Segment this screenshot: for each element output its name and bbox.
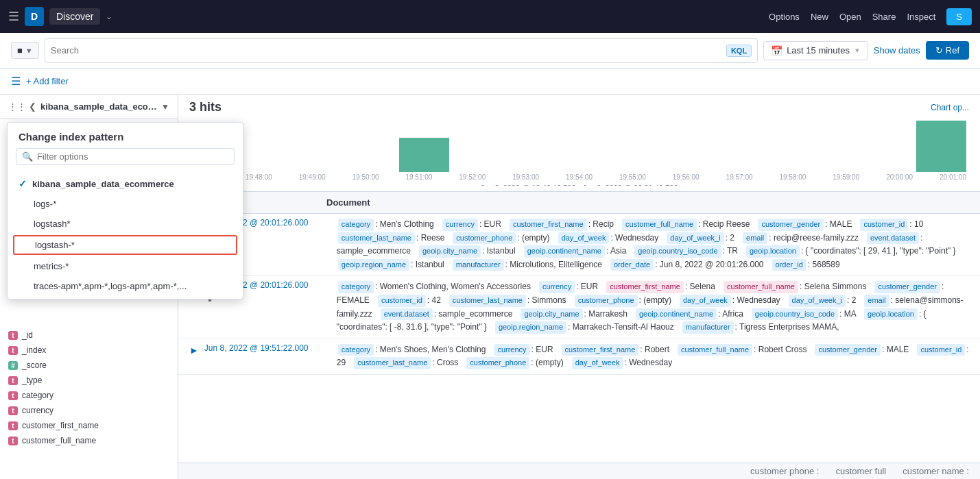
- histogram-wrap: 19:47:0019:48:0019:49:0019:50:0019:51:00…: [189, 117, 969, 186]
- search-input[interactable]: [51, 45, 726, 56]
- dropdown-search-wrap: 🔍: [16, 148, 178, 165]
- dropdown-search-input[interactable]: [37, 151, 178, 162]
- field-name-index: _index: [22, 345, 46, 355]
- time-picker-button[interactable]: 📅 Last 15 minutes ▼: [763, 41, 868, 60]
- hits-row: 3 hits Chart op...: [189, 100, 969, 114]
- field-type-badge-cfulln: t: [8, 437, 18, 445]
- sidebar-field-customer-first-name[interactable]: t customer_first_name: [0, 418, 178, 433]
- kql-badge[interactable]: KQL: [726, 45, 752, 57]
- dropdown-option-5[interactable]: traces-apm*,apm-*,logs-apm*,apm-*,...: [8, 276, 178, 296]
- app-name-button[interactable]: Discover: [49, 8, 100, 25]
- doc-field-cln-1: customer_last_name: [449, 295, 526, 307]
- doc-content-0: category: Men's Clothing currency: EUR c…: [337, 218, 969, 271]
- index-pattern-chevron-icon[interactable]: ▼: [161, 102, 169, 112]
- doc-time-2[interactable]: Jun 8, 2022 @ 19:51:22.000: [204, 343, 331, 353]
- doc-content-2: category: Men's Shoes, Men's Clothing cu…: [337, 343, 969, 370]
- doc-field-currency-1: currency: [539, 281, 575, 293]
- grid-icons: ⋮⋮ ❮: [8, 101, 36, 112]
- inspect-button[interactable]: Inspect: [907, 12, 935, 22]
- dropdown-option-3[interactable]: logstash-*: [13, 235, 178, 255]
- field-name-category: category: [22, 391, 53, 400]
- index-pattern-dropdown: Change index pattern 🔍 ✓ kibana_sample_d…: [7, 122, 178, 299]
- doc-field-cfulln-2: customer_full_name: [678, 344, 752, 356]
- chart-date-range: Jun 8, 2022 @ 19:46:46.706 - Jun 8, 2022…: [189, 182, 969, 186]
- filter-icon[interactable]: ☰: [11, 75, 21, 88]
- calendar-icon: 📅: [771, 45, 782, 56]
- dropdown-option-label-4: metrics-*: [34, 261, 69, 271]
- filter-bar: ☰ + Add filter: [0, 69, 980, 95]
- histogram-bar-4: [399, 138, 449, 172]
- doc-field-category-0: category: [338, 219, 374, 231]
- doc-field-mfr-0: manufacturer: [453, 259, 504, 271]
- doc-field-country-1: geoip.country_iso_code: [752, 308, 838, 321]
- sidebar-field-index[interactable]: t _index: [0, 343, 178, 358]
- doc-field-category-1: category: [338, 281, 374, 293]
- dropdown-option-2[interactable]: logstash*: [8, 214, 178, 234]
- status-bar: customer phone : customer full customer …: [178, 463, 980, 479]
- sidebar-field-type[interactable]: t _type: [0, 373, 178, 388]
- show-dates-link[interactable]: Show dates: [874, 45, 920, 56]
- doc-field-cfn-2: customer_first_name: [562, 344, 639, 356]
- refresh-label: Ref: [946, 45, 959, 56]
- add-filter-button[interactable]: + Add filter: [26, 76, 69, 86]
- doc-field-email-1: email: [864, 295, 889, 307]
- doc-field-cfn-1: customer_first_name: [606, 281, 684, 293]
- refresh-button[interactable]: ↻ Ref: [926, 41, 969, 60]
- expand-row-button-2[interactable]: ►: [189, 345, 199, 356]
- hamburger-menu-icon[interactable]: ☰: [8, 9, 19, 24]
- doc-field-category-2: category: [338, 344, 374, 356]
- axis-label-5: 19:52:00: [459, 173, 486, 181]
- sidebar-field-customer-full-name[interactable]: t customer_full_name: [0, 433, 178, 448]
- axis-label-6: 19:53:00: [512, 173, 539, 181]
- doc-field-cid-1: customer_id: [378, 295, 426, 307]
- doc-field-currency-2: currency: [494, 344, 529, 356]
- doc-field-orderid-0: order_id: [772, 259, 806, 271]
- main-layout: ⋮⋮ ❮ kibana_sample_data_ecom... ▼ Change…: [0, 95, 980, 479]
- axis-label-3: 19:50:00: [352, 173, 379, 181]
- field-name-currency: currency: [22, 406, 53, 415]
- doc-field-city-0: geoip.city_name: [419, 245, 481, 258]
- open-button[interactable]: Open: [839, 12, 861, 22]
- doc-field-location-1: geoip.location: [864, 308, 918, 321]
- axis-label-4: 19:51:00: [405, 173, 432, 181]
- axis-label-11: 19:58:00: [779, 173, 806, 181]
- sidebar-field-id[interactable]: t _id: [0, 328, 178, 343]
- sidebar-field-category[interactable]: t category: [0, 388, 178, 403]
- doc-field-continent-0: geoip.continent_name: [524, 245, 605, 258]
- share-button[interactable]: Share: [872, 12, 896, 22]
- app-chevron-icon[interactable]: ⌄: [106, 12, 112, 21]
- table-row: ► Jun 8, 2022 @ 20:01:26.000 category: M…: [178, 214, 980, 276]
- doc-field-cln-2: customer_last_name: [354, 357, 431, 369]
- customer-phone-status: customer phone :: [750, 466, 819, 476]
- sidebar-field-currency[interactable]: t currency: [0, 403, 178, 418]
- dropdown-option-0[interactable]: ✓ kibana_sample_data_ecommerce: [8, 173, 178, 194]
- time-chevron-icon: ▼: [854, 47, 861, 54]
- axis-label-7: 19:54:00: [566, 173, 593, 181]
- doc-field-dow-1: day_of_week: [680, 295, 731, 307]
- doc-field-region-1: geoip.region_name: [495, 321, 566, 334]
- dropdown-option-4[interactable]: metrics-*: [8, 256, 178, 276]
- axis-label-12: 19:59:00: [833, 173, 859, 181]
- customer-name-status: customer name :: [903, 466, 969, 476]
- options-button[interactable]: Options: [769, 12, 800, 22]
- dropdown-option-label-5: traces-apm*,apm-*,logs-apm*,apm-*,...: [34, 281, 178, 291]
- chart-options-link[interactable]: Chart op...: [931, 103, 969, 112]
- grid-icon[interactable]: ⋮⋮: [8, 101, 26, 112]
- refresh-icon: ↻: [935, 45, 943, 56]
- index-indicator[interactable]: ■ ▼: [11, 42, 39, 59]
- field-type-badge-cfn: t: [8, 421, 18, 430]
- collapse-icon[interactable]: ❮: [29, 101, 36, 112]
- axis-label-9: 19:56:00: [673, 173, 700, 181]
- search-bar: ■ ▼ KQL 📅 Last 15 minutes ▼ Show dates ↻…: [0, 33, 980, 69]
- doc-field-location-0: geoip.location: [746, 245, 800, 258]
- sidebar-field-score[interactable]: # _score: [0, 358, 178, 373]
- new-button[interactable]: New: [811, 12, 828, 22]
- save-button[interactable]: S: [946, 8, 972, 25]
- field-name-id: _id: [22, 330, 33, 340]
- time-section: 📅 Last 15 minutes ▼ Show dates ↻ Ref: [763, 41, 969, 60]
- doc-field-continent-1: geoip.continent_name: [636, 308, 717, 321]
- doc-field-dowi-1: day_of_week_i: [789, 295, 846, 307]
- dropdown-option-1[interactable]: logs-*: [8, 194, 178, 214]
- histogram-bars: [189, 117, 969, 172]
- dropdown-option-label-3: logstash-*: [35, 240, 75, 250]
